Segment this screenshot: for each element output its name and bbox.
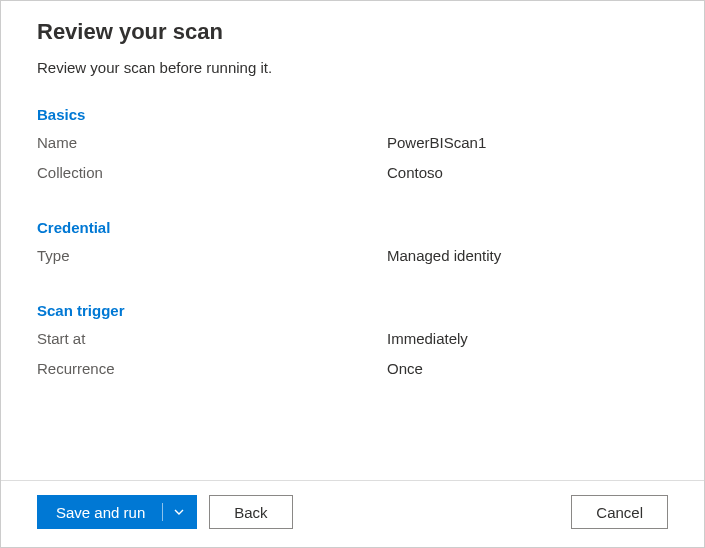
- footer: Save and run Back Cancel: [1, 480, 704, 547]
- row-recurrence: Recurrence Once: [37, 357, 668, 381]
- row-start-at: Start at Immediately: [37, 327, 668, 351]
- section-heading-basics: Basics: [37, 106, 668, 123]
- value-recurrence: Once: [387, 357, 423, 381]
- chevron-down-icon: [173, 506, 185, 518]
- save-and-run-split-button: Save and run: [37, 495, 197, 529]
- section-heading-scan-trigger: Scan trigger: [37, 302, 668, 319]
- save-and-run-dropdown-button[interactable]: [161, 495, 197, 529]
- value-start-at: Immediately: [387, 327, 468, 351]
- value-type: Managed identity: [387, 244, 501, 268]
- label-collection: Collection: [37, 161, 387, 185]
- row-name: Name PowerBIScan1: [37, 131, 668, 155]
- label-type: Type: [37, 244, 387, 268]
- section-heading-credential: Credential: [37, 219, 668, 236]
- page-subtitle: Review your scan before running it.: [37, 59, 668, 76]
- save-and-run-button[interactable]: Save and run: [37, 495, 161, 529]
- row-collection: Collection Contoso: [37, 161, 668, 185]
- value-collection: Contoso: [387, 161, 443, 185]
- label-start-at: Start at: [37, 327, 387, 351]
- row-type: Type Managed identity: [37, 244, 668, 268]
- label-name: Name: [37, 131, 387, 155]
- label-recurrence: Recurrence: [37, 357, 387, 381]
- section-scan-trigger: Scan trigger Start at Immediately Recurr…: [37, 302, 668, 381]
- back-button[interactable]: Back: [209, 495, 292, 529]
- section-credential: Credential Type Managed identity: [37, 219, 668, 268]
- review-scan-content: Review your scan Review your scan before…: [1, 1, 704, 480]
- cancel-button[interactable]: Cancel: [571, 495, 668, 529]
- page-title: Review your scan: [37, 19, 668, 45]
- value-name: PowerBIScan1: [387, 131, 486, 155]
- section-basics: Basics Name PowerBIScan1 Collection Cont…: [37, 106, 668, 185]
